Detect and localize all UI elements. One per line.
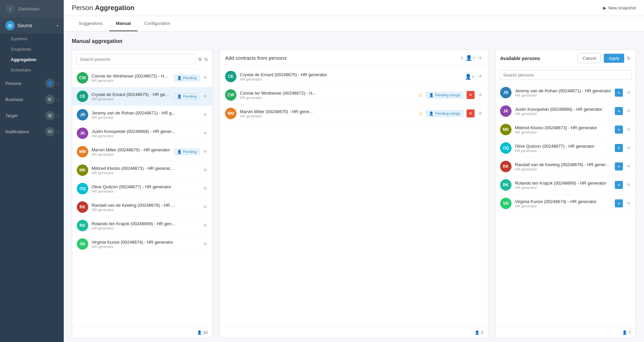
right-panel-title: Available persons [500, 56, 575, 61]
eye-icon[interactable]: 👁 [626, 164, 631, 169]
tab-suggestions[interactable]: Suggestions [72, 16, 109, 31]
tab-configuration[interactable]: Configuration [138, 16, 177, 31]
sidebar-item-snapshots[interactable]: Snapshots [0, 44, 64, 54]
main-content: Person Aggregation ▶ New snapshot Sugges… [64, 0, 644, 342]
eye-icon[interactable]: 👁 [203, 112, 208, 117]
persons-icon: 👤 [45, 79, 55, 88]
mid-person-item: CW Connie ter Wintheiser (00248672) - H.… [220, 86, 488, 104]
left-person-item[interactable]: MK Mildred Klocko (00248673) - HR genera… [72, 161, 212, 180]
sidebar-item-target[interactable]: Target ⊞ ‹ [0, 107, 64, 124]
eye-icon[interactable]: 👁 [626, 127, 631, 132]
sidebar-item-dashboard[interactable]: ⌂ Dashboard [0, 0, 64, 17]
cancel-button[interactable]: Cancel [578, 53, 601, 63]
sidebar-item-notifications[interactable]: Notifications ✉ ‹ [0, 124, 64, 140]
eye-icon[interactable]: 👁 [478, 111, 483, 116]
left-person-item[interactable]: MM Marvin Miller (00248670) - HR generat… [72, 143, 212, 161]
sidebar-item-schedules-label: Schedules [11, 67, 31, 72]
person-icon: 👤 [177, 94, 182, 99]
apply-button[interactable]: Apply [604, 54, 624, 63]
target-chevron-icon: ‹ [57, 114, 58, 117]
eye-icon[interactable]: 👁 [626, 90, 631, 95]
right-person-item: VK Virginia Kunze (00248674) - HR genera… [495, 194, 636, 213]
sidebar-item-systems-label: Systems [11, 36, 28, 41]
person-name: Rolando ten Krajcik (00248669) - HR gene… [515, 181, 611, 186]
right-person-item: RK Rolando ten Krajcik (00248669) - HR g… [495, 176, 636, 194]
add-person-button[interactable]: + [615, 89, 623, 97]
left-person-item[interactable]: RK Randall van de Keeling (00248676) - H… [72, 198, 212, 216]
person-sub: HR generator [240, 114, 415, 118]
tab-manual[interactable]: Manual [109, 16, 138, 31]
left-person-item[interactable]: RK Rolando ten Krajcik (00248669) - HR g… [72, 216, 212, 235]
eye-icon[interactable]: 👁 [626, 201, 631, 206]
add-person-button[interactable]: + [615, 107, 623, 115]
tab-suggestions-label: Suggestions [78, 21, 103, 26]
section-title: Manual aggregation [72, 38, 636, 44]
eye-icon[interactable]: 👁 [203, 94, 208, 99]
person-count-icon: 👤 [197, 330, 202, 335]
refresh-icon[interactable]: ↻ [204, 57, 208, 62]
eye-icon[interactable]: 👁 [626, 182, 631, 188]
left-person-item[interactable]: JR Jeremy van de Rohan (00248671) - HR g… [72, 106, 212, 124]
mid-eye-icon[interactable]: 👁 [478, 55, 483, 61]
eye-icon[interactable]: 👁 [203, 223, 208, 228]
sidebar-item-business[interactable]: Business ⚙ ‹ [0, 91, 64, 107]
add-person-button[interactable]: + [615, 181, 623, 189]
person-sub: HR generator [240, 77, 462, 81]
person-info: Justin Konopelski (00248668) - HR genera… [515, 107, 611, 116]
right-refresh-icon[interactable]: ↻ [627, 56, 631, 61]
sidebar-item-schedules[interactable]: Schedules [0, 65, 64, 75]
eye-icon[interactable]: 👁 [203, 204, 208, 210]
person-name: Olive Quitzon (00248677) - HR generator [92, 184, 200, 189]
add-person-button[interactable]: + [615, 126, 623, 134]
left-person-item[interactable]: CW Connie ter Wintheiser (00248672) - HR… [72, 69, 212, 87]
eye-icon[interactable]: 👁 [203, 149, 208, 154]
left-person-item[interactable]: JK Justin Konopelski (00248668) - HR gen… [72, 124, 212, 143]
add-person-icon[interactable]: 👤+ [466, 55, 475, 61]
person-sub: HR generator [92, 152, 171, 156]
add-person-button[interactable]: + [615, 144, 623, 152]
person-sub: HR generator [240, 96, 415, 100]
left-person-item[interactable]: OQ Olive Quitzon (00248677) - HR generat… [72, 180, 212, 198]
person-name: Justin Konopelski (00248668) - HR gener.… [92, 129, 200, 134]
person-name: Mildred Klocko (00248673) - HR generator [515, 125, 611, 130]
eye-icon[interactable]: 👁 [203, 167, 208, 173]
eye-icon[interactable]: 👁 [626, 108, 631, 114]
sidebar-item-systems[interactable]: Systems [0, 34, 64, 44]
person-info: Mildred Klocko (00248673) - HR generat..… [92, 166, 200, 175]
eye-icon[interactable]: 👁 [203, 241, 208, 247]
info-icon[interactable]: ℹ [461, 56, 463, 60]
delete-button[interactable]: ✕ [467, 109, 475, 117]
eye-icon[interactable]: 👁 [626, 145, 631, 151]
right-person-item: MK Mildred Klocko (00248673) - HR genera… [495, 120, 636, 139]
person-sub: HR generator [92, 208, 200, 212]
eye-icon[interactable]: 👁 [478, 74, 483, 79]
delete-button[interactable]: ✕ [467, 91, 475, 99]
add-person-btn[interactable]: 👤+ [465, 74, 475, 80]
add-person-button[interactable]: + [615, 199, 623, 207]
add-person-button[interactable]: + [615, 162, 623, 170]
sidebar-item-persons[interactable]: Persons 👤 ‹ [0, 75, 64, 91]
filter-icon[interactable]: ⧉ [198, 56, 202, 62]
right-search-input[interactable] [499, 70, 632, 80]
avatar: JK [77, 128, 88, 139]
person-info: Jeremy van de Rohan (00248671) - HR g...… [92, 110, 200, 119]
eye-icon[interactable]: 👁 [203, 186, 208, 191]
person-info: Marvin Miller (00248670) - HR generator … [92, 147, 171, 156]
left-person-item[interactable]: VK Virginia Kunze (00248674) - HR genera… [72, 235, 212, 253]
new-snapshot-button[interactable]: ▶ New snapshot [603, 5, 636, 10]
right-person-item: JK Justin Konopelski (00248668) - HR gen… [495, 102, 636, 120]
eye-icon[interactable]: 👁 [203, 75, 208, 81]
eye-icon[interactable]: 👁 [478, 92, 483, 98]
sidebar-source-header[interactable]: ⊞ Source ▾ [0, 17, 64, 34]
avatar: JR [77, 109, 88, 120]
sidebar-item-aggregation[interactable]: Aggregation [0, 54, 64, 65]
status-badge: 👤 Pending [174, 75, 200, 81]
right-panel-count: 7 [629, 330, 631, 335]
persons-chevron-icon: ‹ [57, 82, 58, 85]
eye-icon[interactable]: 👁 [203, 131, 208, 136]
person-name: Mildred Klocko (00248673) - HR generat..… [92, 166, 200, 171]
left-search-input[interactable] [76, 54, 196, 64]
left-person-list: CW Connie ter Wintheiser (00248672) - HR… [72, 69, 212, 327]
person-sub: HR generator [92, 115, 200, 119]
left-person-item[interactable]: CE Crystal de Emard (00248675) - HR gene… [72, 87, 212, 106]
